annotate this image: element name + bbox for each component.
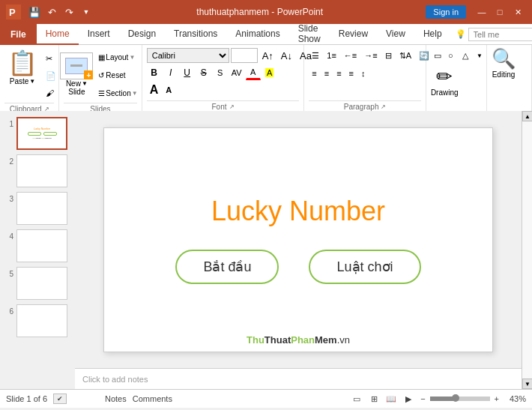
notes-area[interactable]: Click to add notes (75, 368, 522, 389)
reading-view-button[interactable]: 📖 (384, 392, 399, 406)
italic-button[interactable]: I (163, 65, 178, 80)
slide-thumb-5[interactable] (16, 267, 67, 300)
decrease-indent-button[interactable]: ←≡ (341, 47, 360, 64)
tab-home[interactable]: Home (37, 24, 79, 45)
plus-zoom-button[interactable]: + (495, 394, 499, 403)
slide-main[interactable]: Lucky Number Bắt đầu Luật chơi ThuThuatP… (103, 127, 493, 352)
font-size-input[interactable]: 40 (231, 48, 258, 63)
normal-view-button[interactable]: ▭ (349, 392, 364, 406)
font-expand-icon[interactable]: ↗ (229, 103, 235, 110)
slide-thumb-4[interactable] (16, 229, 67, 262)
slide-num-6: 6 (4, 307, 13, 316)
scroll-down-button[interactable]: ▼ (522, 379, 532, 389)
slide-num-3: 3 (4, 195, 13, 203)
columns-button[interactable]: ⊟ (382, 47, 395, 64)
minus-zoom-button[interactable]: − (420, 394, 425, 403)
slide-item-6[interactable]: 6 (4, 304, 70, 337)
new-slide-button[interactable]: + New ▼ Slide (60, 52, 93, 96)
slide-sorter-button[interactable]: ⊞ (366, 392, 381, 406)
justify-button[interactable]: ≡ (346, 65, 357, 82)
layout-button[interactable]: ▦Layout▼ (95, 49, 140, 65)
tab-animations[interactable]: Animations (226, 24, 288, 45)
zoom-level[interactable]: 43% (504, 394, 526, 403)
slide-title[interactable]: Lucky Number (211, 196, 385, 227)
comments-status-button[interactable]: Comments (133, 394, 172, 403)
redo-button[interactable]: ↷ (61, 4, 76, 19)
align-right-button[interactable]: ≡ (333, 65, 344, 82)
shape1-button[interactable]: ▭ (431, 47, 444, 64)
font-size-aa-button[interactable]: A (163, 82, 175, 98)
font-group-content: Calibri 40 A↑ A↓ Aa B I U S S AV A A (147, 47, 300, 99)
rules-button[interactable]: Luật chơi (309, 250, 420, 284)
slide-item-1[interactable]: 1 Lucky Number ThuThuatPhanMem.vn (4, 117, 70, 150)
tab-review[interactable]: Review (330, 24, 377, 45)
increase-font-button[interactable]: A↑ (259, 47, 276, 64)
tab-file[interactable]: File (0, 24, 37, 45)
strikethrough-button[interactable]: S (196, 65, 211, 80)
drawing-button[interactable]: ✏ Drawing (431, 65, 459, 97)
text-direction-button[interactable]: ⇅A (396, 47, 414, 64)
ribbon-body: 📋 Paste ▼ ✂ 📄 🖌 Clipboard ↗ (0, 45, 532, 111)
paste-button[interactable]: 📋 Paste ▼ (4, 47, 40, 87)
align-center-button[interactable]: ≡ (321, 65, 332, 82)
slide-item-5[interactable]: 5 (4, 267, 70, 300)
copy-button[interactable]: 📄 (43, 67, 59, 84)
bullets-button[interactable]: ☰ (309, 47, 322, 64)
paragraph-expand-icon[interactable]: ↗ (381, 103, 386, 110)
close-button[interactable]: ✕ (510, 4, 526, 19)
signin-button[interactable]: Sign in (426, 5, 466, 19)
slide-thumb-6[interactable] (16, 304, 67, 337)
minimize-button[interactable]: — (474, 4, 490, 19)
tab-insert[interactable]: Insert (79, 24, 119, 45)
scroll-up-button[interactable]: ▲ (522, 111, 532, 121)
shapes-grid: ▭ ○ △ ▼ (431, 47, 487, 64)
start-button[interactable]: Bắt đầu (175, 250, 279, 284)
slideshow-view-button[interactable]: ▶ (401, 392, 416, 406)
zoom-slider[interactable] (430, 397, 490, 401)
increase-indent-button[interactable]: →≡ (361, 47, 380, 64)
numbering-button[interactable]: 1≡ (324, 47, 339, 64)
slide-item-4[interactable]: 4 (4, 229, 70, 262)
font-row1: Calibri 40 A↑ A↓ Aa (147, 47, 315, 64)
save-button[interactable]: 💾 (27, 4, 42, 19)
format-painter-button[interactable]: 🖌 (43, 85, 59, 101)
shape2-button[interactable]: ○ (445, 47, 459, 64)
line-spacing-button[interactable]: ↕ (358, 65, 369, 82)
char-spacing-button[interactable]: AV (229, 65, 244, 80)
undo-button[interactable]: ↶ (44, 4, 59, 19)
bold-button[interactable]: B (147, 65, 162, 80)
tell-me-input[interactable] (468, 28, 532, 41)
slide-thumb-1[interactable]: Lucky Number ThuThuatPhanMem.vn (16, 117, 67, 150)
section-button[interactable]: ☰Section▼ (95, 85, 140, 101)
maximize-button[interactable]: □ (492, 4, 508, 19)
shadow-button[interactable]: S (213, 65, 228, 80)
notes-status-button[interactable]: Notes (105, 394, 127, 403)
tab-help[interactable]: Help (414, 24, 451, 45)
drawing-label: Drawing (431, 88, 459, 97)
more-shapes-button[interactable]: ▼ (474, 47, 487, 64)
align-left-button[interactable]: ≡ (309, 65, 319, 82)
highlight-button[interactable]: A (262, 65, 277, 80)
slide-item-2[interactable]: 2 (4, 154, 70, 187)
shape3-button[interactable]: △ (459, 47, 473, 64)
slide-thumb-3[interactable] (16, 192, 67, 225)
decrease-font-button[interactable]: A↓ (278, 47, 295, 64)
font-size-a-button[interactable]: A (147, 82, 162, 98)
tab-transitions[interactable]: Transitions (165, 24, 226, 45)
font-color-button[interactable]: A (246, 65, 261, 80)
slide-thumb-2[interactable] (16, 154, 67, 187)
cut-button[interactable]: ✂ (43, 50, 59, 67)
reset-button[interactable]: ↺Reset (95, 67, 140, 83)
editing-button[interactable]: 🔍 Editing (492, 47, 516, 79)
zoom-handle[interactable] (452, 394, 459, 402)
paragraph-row1: ☰ 1≡ ←≡ →≡ ⊟ ⇅A 🔄 (309, 47, 432, 64)
customize-button[interactable]: ▼ (79, 4, 94, 19)
watermark-thuat: Thuat (265, 334, 291, 346)
underline-button[interactable]: U (180, 65, 195, 80)
scroll-track[interactable] (522, 121, 532, 379)
tab-view[interactable]: View (377, 24, 414, 45)
tab-slideshow[interactable]: Slide Show (289, 24, 330, 45)
tab-design[interactable]: Design (119, 24, 165, 45)
font-family-select[interactable]: Calibri (147, 48, 229, 63)
slide-item-3[interactable]: 3 (4, 192, 70, 225)
